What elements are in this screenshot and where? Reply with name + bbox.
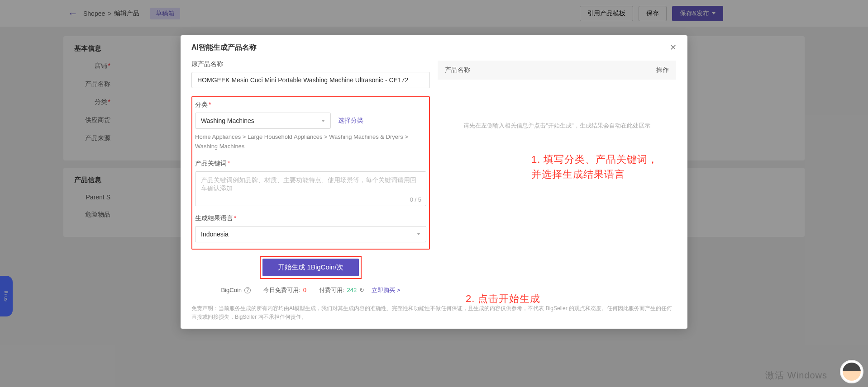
modal-left-panel: 原产品名称 分类* Washing Machines 选择 xyxy=(191,60,430,294)
keywords-textarea[interactable] xyxy=(196,172,426,204)
buy-now-link[interactable]: 立即购买 > xyxy=(372,286,400,294)
modal-title: AI智能生成产品名称 xyxy=(191,43,257,52)
keywords-count: 0 / 5 xyxy=(410,196,421,203)
keywords-label: 产品关键词* xyxy=(195,160,426,168)
chevron-down-icon xyxy=(417,233,420,235)
ai-generate-modal: AI智能生成产品名称 ✕ 原产品名称 分类* Wa xyxy=(181,35,687,329)
close-icon[interactable]: ✕ xyxy=(670,42,677,52)
highlight-box-button: 开始生成 1BigCoin/次 xyxy=(260,256,361,279)
refresh-icon[interactable]: ↻ xyxy=(359,287,364,293)
generate-button[interactable]: 开始生成 1BigCoin/次 xyxy=(262,259,358,276)
results-col-action: 操作 xyxy=(656,66,669,74)
free-count: 0 xyxy=(303,287,306,293)
highlight-box-inputs: 分类* Washing Machines 选择分类 Home Appliance… xyxy=(191,96,430,250)
annotation-step-2: 2. 点击开始生成 xyxy=(466,291,592,306)
assistant-avatar-icon[interactable] xyxy=(840,360,863,383)
original-name-input[interactable] xyxy=(191,72,430,88)
language-label: 生成结果语言* xyxy=(195,214,426,222)
select-category-link[interactable]: 选择分类 xyxy=(338,117,363,125)
annotation-step-1: 1. 填写分类、产品关键词， 并选择生成结果语言 xyxy=(531,152,721,182)
results-table-header: 产品名称 操作 xyxy=(438,61,676,80)
category-breadcrumb: Home Appliances > Large Household Applia… xyxy=(195,132,426,151)
disclaimer-text: 免责声明：当前服务生成的所有内容均由AI模型生成，我们对其生成内容的准确性、完整… xyxy=(181,300,687,329)
chevron-down-icon xyxy=(321,120,325,122)
bigcoin-status-row: BigCoin ? 今日免费可用: 0 付费可用: 242 ↻ 立即购买 > xyxy=(191,286,430,294)
language-select[interactable]: Indonesia xyxy=(195,226,426,242)
category-select[interactable]: Washing Machines xyxy=(195,113,331,129)
paid-count: 242 xyxy=(347,287,357,293)
category-label: 分类* xyxy=(195,101,426,109)
original-name-label: 原产品名称 xyxy=(191,60,430,68)
results-col-name: 产品名称 xyxy=(445,66,470,74)
help-icon[interactable]: ? xyxy=(244,287,251,293)
